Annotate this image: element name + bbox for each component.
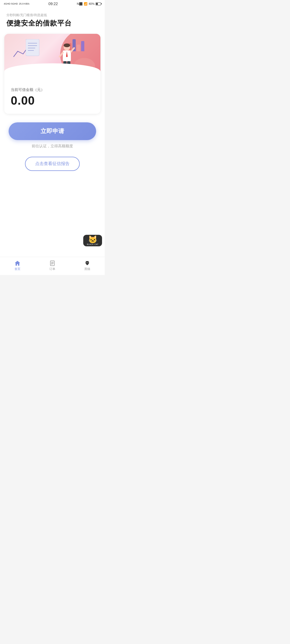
- page-subtitle: 分秒到账/无门槛借/利息超低: [6, 13, 98, 17]
- status-bar: 4GHD 5GHD 25.9 KB/s 09:22 Ν⬛ 📶 40%: [0, 0, 105, 8]
- watermark-text: BLACK CAT: [87, 243, 99, 245]
- nav-home-label: 首页: [15, 267, 20, 271]
- main-content: 分秒到账/无门槛借/利息超低 便捷安全的借款平台: [0, 8, 105, 257]
- orders-icon: [49, 260, 55, 266]
- battery-percent: 40%: [89, 2, 95, 5]
- network-info: 4GHD 5GHD 25.9 KB/s: [4, 2, 30, 5]
- wave-divider: [4, 63, 100, 82]
- banner-illustration: [4, 34, 100, 82]
- nav-blackcat[interactable]: 黑猫: [70, 259, 105, 272]
- network-speed: 25.9 KB/s: [19, 2, 30, 5]
- svg-line-5: [71, 48, 74, 52]
- apply-hint: 前往认证，立得高额额度: [32, 144, 73, 149]
- watermark: 🐱 BLACK CAT: [83, 235, 102, 254]
- bottom-nav: 首页 订单 黑猫: [0, 257, 105, 275]
- document-illustration: [26, 39, 41, 57]
- credit-report-button[interactable]: 点击查看征信报告: [25, 157, 80, 171]
- battery-icon: [96, 2, 101, 5]
- nav-blackcat-label: 黑猫: [84, 267, 90, 271]
- svg-point-19: [86, 262, 87, 263]
- amount-label: 当前可借金额（元）: [11, 87, 94, 92]
- svg-point-1: [64, 43, 70, 47]
- wifi-icon: 📶: [84, 2, 88, 6]
- home-icon: [14, 260, 21, 266]
- amount-value: 0.00: [11, 94, 94, 107]
- cat-icon: 🐱: [88, 236, 97, 243]
- nav-orders[interactable]: 订单: [35, 259, 70, 272]
- nfc-icon: Ν⬛: [77, 2, 83, 6]
- credit-section: 点击查看征信报告: [0, 151, 105, 176]
- clock: 09:22: [48, 2, 58, 6]
- amount-section: 当前可借金额（元） 0.00: [4, 82, 100, 114]
- svg-rect-10: [26, 39, 39, 56]
- blackcat-icon: [84, 260, 90, 266]
- page-title: 便捷安全的借款平台: [6, 19, 98, 28]
- svg-point-20: [88, 262, 88, 263]
- network-type: 4GHD 5GHD: [4, 2, 18, 5]
- status-indicators: Ν⬛ 📶 40%: [77, 2, 101, 6]
- banner-card: 当前可借金额（元） 0.00: [4, 34, 100, 114]
- nav-orders-label: 订单: [49, 267, 55, 271]
- header-section: 分秒到账/无门槛借/利息超低 便捷安全的借款平台: [0, 8, 105, 31]
- nav-home[interactable]: 首页: [0, 259, 35, 272]
- svg-line-4: [60, 53, 63, 57]
- apply-button[interactable]: 立即申请: [9, 122, 96, 140]
- apply-section: 立即申请 前往认证，立得高额额度: [0, 117, 105, 151]
